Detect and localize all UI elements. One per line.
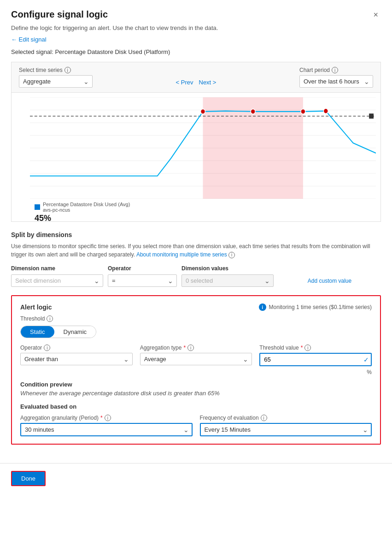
time-series-select[interactable]: Aggregate [19,75,93,88]
alert-logic-header: Alert logic i Monitoring 1 time series (… [20,303,372,311]
threshold-label: Threshold i [20,315,372,322]
evaluated-title: Evaluated based on [20,403,372,410]
dimension-name-wrapper: Select dimension [11,274,103,287]
frequency-info-icon: i [261,415,267,421]
alert-logic-box: Alert logic i Monitoring 1 time series (… [11,295,381,445]
agg-granularity-wrapper: 30 minutes [20,423,193,436]
chart-nav: < Prev Next > [176,79,216,88]
alert-form-row: Operator i Greater than Aggregation type… [20,345,372,375]
alert-logic-title: Alert logic [20,303,52,311]
dim-col-values: Dimension values [181,265,274,272]
threshold-info-icon: i [47,315,53,322]
chart-svg: 80% 70% 60% 50% 40% 30% 20% 10% 0% [30,97,376,199]
threshold-value-group: Threshold value * i ✓ % [259,345,372,375]
chart-container: 80% 70% 60% 50% 40% 30% 20% 10% 0% [12,97,380,199]
monitoring-info-icon-blue: i [259,303,266,311]
agg-type-label: Aggregation type * i [140,345,252,351]
split-dimensions-title: Split by dimensions [11,231,381,238]
operator-group: Operator i Greater than [20,345,133,375]
threshold-value-input-wrapper: ✓ [259,353,372,366]
legend-text: Percentage Datastore Disk Used (Avg) avs… [43,202,130,213]
condition-preview-text: Whenever the average percentage datastor… [20,390,372,397]
dim-headers: Dimension name Operator Dimension values [11,265,381,272]
chart-period-select-wrapper: Over the last 6 hours [299,75,373,88]
chart-period-group: Chart period i Over the last 6 hours [299,67,373,88]
chart-period-label: Chart period i [299,67,373,73]
chart-controls: Select time series i Aggregate < Prev Ne… [11,62,381,93]
time-series-info-icon: i [64,67,71,73]
svg-point-21 [251,109,255,114]
dim-row: Select dimension = 0 selected Add custom… [11,274,381,287]
frequency-wrapper: Every 15 Minutes [200,423,372,436]
frequency-label: Frequency of evaluation i [200,415,372,421]
monitoring-info: i Monitoring 1 time series ($0.1/time se… [259,303,372,311]
legend-item: Percentage Datastore Disk Used (Avg) avs… [35,202,374,213]
panel-title: Configure signal logic [11,9,108,20]
threshold-value-input[interactable] [259,353,372,366]
dynamic-toggle-button[interactable]: Dynamic [54,326,96,338]
operator-label: Operator i [20,345,133,351]
time-series-group: Select time series i Aggregate [19,67,93,88]
footer-bar: Done [0,463,392,494]
svg-point-23 [323,108,328,113]
static-toggle-button[interactable]: Static [21,326,54,338]
agg-type-info-icon: i [187,345,194,351]
chart-legend: Percentage Datastore Disk Used (Avg) avs… [12,199,380,227]
threshold-value-label: Threshold value * i [259,345,372,351]
operator-field-info-icon: i [44,345,50,351]
agg-type-group: Aggregation type * i Average [140,345,252,375]
done-button[interactable]: Done [11,471,46,486]
subtitle: Define the logic for triggering an alert… [11,24,381,31]
agg-type-wrapper: Average [140,353,252,365]
dimension-name-select[interactable]: Select dimension [11,274,103,287]
add-custom-value-button[interactable]: Add custom value [278,278,381,284]
threshold-toggle-group: Static Dynamic [20,326,96,338]
agg-granularity-select[interactable]: 30 minutes [20,423,193,436]
operator-field-select[interactable]: Greater than [20,353,133,365]
dim-col-name: Dimension name [11,265,103,272]
threshold-unit-label: % [259,369,372,375]
prev-button[interactable]: < Prev [176,79,193,86]
split-by-dimensions-section: Split by dimensions Use dimensions to mo… [11,231,381,287]
chart-area: 80% 70% 60% 50% 40% 30% 20% 10% 0% [11,93,381,222]
dim-col-operator: Operator [108,265,177,272]
svg-point-22 [301,109,305,114]
operator-select[interactable]: = [108,274,177,287]
next-button[interactable]: Next > [199,79,216,86]
split-dimensions-desc: Use dimensions to monitor specific time … [11,242,381,259]
chart-period-info-icon: i [332,67,338,73]
agg-type-select[interactable]: Average [140,353,252,365]
time-series-select-wrapper: Aggregate [19,75,93,88]
agg-granularity-label: Aggregation granularity (Period) * i [20,415,193,421]
edit-signal-link[interactable]: ← Edit signal [11,36,47,43]
evaluated-form-row: Aggregation granularity (Period) * i 30 … [20,415,372,436]
condition-preview-title: Condition preview [20,381,372,388]
chart-period-select[interactable]: Over the last 6 hours [299,75,373,88]
selected-signal-label: Selected signal: Percentage Datastore Di… [11,48,381,55]
dimension-values-wrapper: 0 selected [181,274,274,287]
monitoring-link[interactable]: About monitoring multiple time series [136,251,227,258]
operator-wrapper: = [108,274,177,287]
condition-preview: Condition preview Whenever the average p… [20,381,372,397]
agg-granularity-group: Aggregation granularity (Period) * i 30 … [20,415,193,436]
close-button[interactable]: × [370,9,381,21]
frequency-select[interactable]: Every 15 Minutes [200,423,372,436]
dimension-values-select[interactable]: 0 selected [181,274,274,287]
threshold-value-info-icon: i [304,345,311,351]
operator-field-wrapper: Greater than [20,353,133,365]
svg-point-20 [201,109,205,114]
time-series-label: Select time series i [19,67,93,73]
legend-color [35,204,40,210]
frequency-group: Frequency of evaluation i Every 15 Minut… [200,415,372,436]
evaluated-based-on: Evaluated based on Aggregation granulari… [20,403,372,436]
svg-rect-24 [369,113,374,119]
agg-granularity-info-icon: i [105,415,111,421]
monitoring-info-icon: i [228,252,235,258]
legend-value: 45% [35,214,374,223]
threshold-check-icon: ✓ [363,356,369,363]
